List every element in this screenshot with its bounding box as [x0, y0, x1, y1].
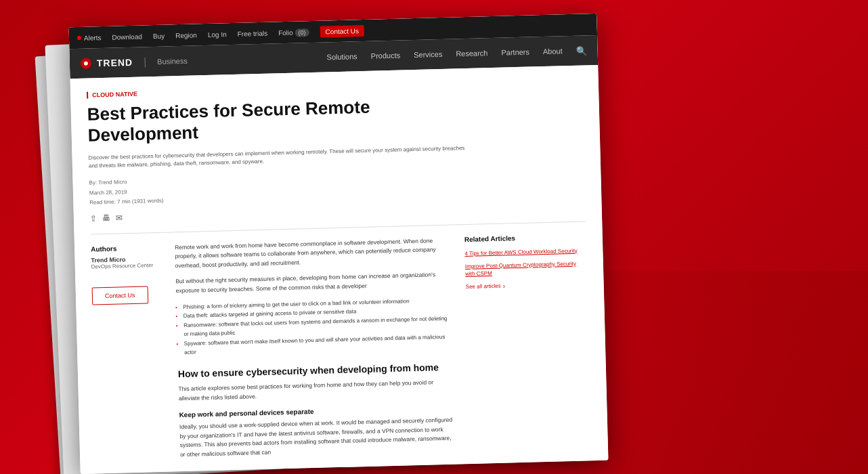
related-article-1[interactable]: 4 Tips for Better AWS Cloud Workload Sec…	[464, 246, 586, 257]
authors-section: Authors Trend Micro DevOps Resource Cent…	[91, 244, 159, 270]
share-icon[interactable]: ⇧	[90, 213, 97, 223]
intro-paragraph-2: But without the right security measures …	[175, 270, 450, 296]
print-icon[interactable]: 🖶	[102, 213, 110, 222]
free-trials-link[interactable]: Free trials	[237, 29, 267, 37]
article-body: Remote work and work from home have beco…	[175, 236, 454, 467]
see-all-label: See all articles	[466, 283, 501, 290]
article-category: Cloud Native	[87, 79, 582, 98]
article-area: Cloud Native Best Practices for Secure R…	[70, 65, 608, 474]
article-meta: By: Trend Micro March 28, 2019 Read time…	[89, 166, 585, 208]
buy-link[interactable]: Buy	[153, 32, 165, 39]
intro-paragraph-1: Remote work and work from home have beco…	[175, 236, 449, 270]
nav-research[interactable]: Research	[456, 49, 487, 58]
article-description: Discover the best practices for cybersec…	[88, 144, 467, 171]
section-divider	[90, 221, 586, 234]
logo-business-label: Business	[157, 57, 188, 66]
logo-divider: |	[144, 56, 147, 68]
risks-list: Phishing: a form of trickery aiming to g…	[183, 295, 451, 358]
nav-about[interactable]: About	[543, 47, 563, 56]
related-article-2[interactable]: Improve Post-Quantum Cryptography Securi…	[465, 259, 588, 278]
alerts-link[interactable]: Alerts	[84, 34, 102, 42]
contact-us-top-button[interactable]: Contact Us	[320, 24, 364, 37]
download-link[interactable]: Download	[112, 33, 142, 41]
article-title: Best Practices for Secure Remote Develop…	[87, 96, 399, 146]
browser-window: Alerts Download Buy Region Log In Free t…	[68, 14, 608, 474]
left-sidebar: Authors Trend Micro DevOps Resource Cent…	[91, 244, 165, 469]
nav-products[interactable]: Products	[371, 51, 401, 60]
nav-solutions[interactable]: Solutions	[326, 52, 357, 61]
see-all-arrow-icon: ›	[503, 282, 506, 290]
nav-services[interactable]: Services	[414, 50, 442, 59]
section1-intro: This article explores some best practice…	[178, 378, 452, 404]
folio-badge: (0)	[295, 28, 309, 37]
two-column-layout: Authors Trend Micro DevOps Resource Cent…	[91, 232, 592, 469]
related-articles-title: Related Articles	[464, 232, 586, 243]
region-link[interactable]: Region	[175, 31, 197, 39]
login-link[interactable]: Log In	[208, 30, 227, 39]
contact-us-sidebar-button[interactable]: Contact Us	[92, 286, 148, 305]
logo-brand-text: TREND	[97, 57, 133, 68]
section2-body: Ideally, you should use a work-supplied …	[179, 416, 454, 460]
nav-partners[interactable]: Partners	[501, 48, 529, 57]
section1-heading: How to ensure cybersecurity when develop…	[178, 362, 452, 380]
alert-dot	[77, 36, 81, 40]
folio-link[interactable]: Folio (0)	[278, 28, 309, 37]
search-icon[interactable]: 🔍	[576, 45, 586, 56]
related-articles-sidebar: Related Articles 4 Tips for Better AWS C…	[464, 232, 592, 459]
email-icon[interactable]: ✉	[116, 213, 123, 222]
alerts-item: Alerts	[77, 34, 102, 42]
logo-area[interactable]: TREND | Business	[81, 55, 188, 70]
main-nav-links: Solutions Products Services Research Par…	[326, 45, 587, 62]
authors-heading: Authors	[91, 244, 158, 253]
author-role: DevOps Resource Center	[91, 262, 159, 270]
see-all-articles-link[interactable]: See all articles ›	[466, 280, 588, 291]
logo-circle	[81, 58, 91, 68]
